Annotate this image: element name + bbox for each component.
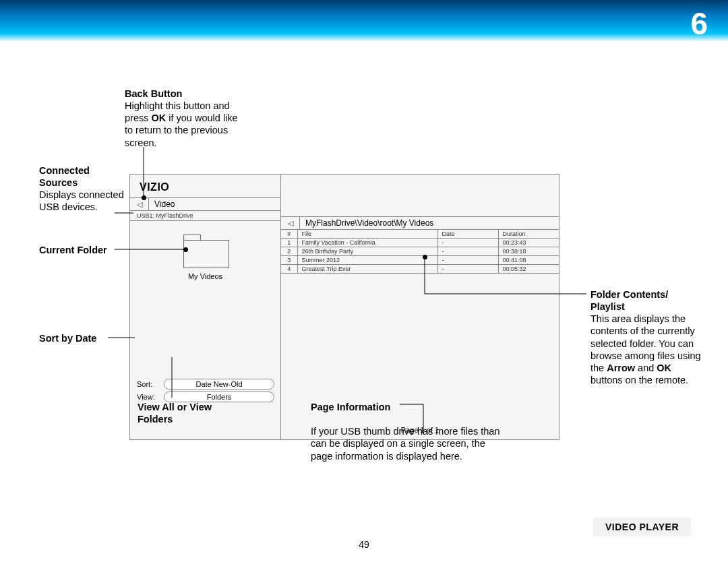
cell-duration: 00:23:43 bbox=[498, 239, 559, 247]
col-duration: Duration bbox=[498, 230, 559, 239]
cell-date: - bbox=[437, 256, 498, 265]
chapter-number: 6 bbox=[690, 5, 708, 42]
table-row[interactable]: 4Greatest Trip Ever-00:05:32 bbox=[281, 265, 559, 274]
cell-duration: 00:41:08 bbox=[498, 256, 559, 265]
callout-back-button: Back Button Highlight this button and pr… bbox=[125, 88, 239, 149]
cell-file: Family Vacation - California bbox=[297, 239, 437, 247]
callout-current-folder: Current Folder bbox=[39, 244, 124, 256]
page-number: 49 bbox=[0, 539, 728, 550]
sort-label: Sort: bbox=[137, 380, 164, 388]
col-num: # bbox=[281, 230, 297, 239]
right-panel: ◁ MyFlashDrive\Video\root\My Videos # Fi… bbox=[281, 175, 559, 439]
section-title: VIDEO PLAYER bbox=[593, 518, 691, 536]
back-button-icon[interactable]: ◁ bbox=[130, 197, 149, 211]
cell-date: - bbox=[437, 247, 498, 256]
vizio-logo: VIZIO bbox=[130, 175, 280, 197]
callout-page-info: Page Information If your USB thumb drive… bbox=[311, 401, 506, 462]
callout-folder-contents: Folder Contents/ Playlist This area disp… bbox=[590, 288, 702, 386]
cell-num: 4 bbox=[281, 265, 297, 274]
left-sidebar: VIZIO ◁ Video USB1: MyFlashDrive My Vide… bbox=[130, 175, 281, 439]
nav-row: ◁ Video bbox=[130, 197, 280, 211]
col-date: Date bbox=[437, 230, 498, 239]
cell-num: 2 bbox=[281, 247, 297, 256]
path-text: MyFlashDrive\Video\root\My Videos bbox=[300, 216, 433, 230]
leader-dot bbox=[142, 195, 146, 200]
path-bar: ◁ MyFlashDrive\Video\root\My Videos bbox=[281, 216, 559, 230]
current-folder-name: My Videos bbox=[130, 272, 280, 280]
cell-file: Summer 2012 bbox=[297, 256, 437, 265]
path-back-icon[interactable]: ◁ bbox=[281, 216, 300, 230]
cell-file: 26th Birthday Party bbox=[297, 247, 437, 256]
table-row[interactable]: 226th Birthday Party-00:38:18 bbox=[281, 247, 559, 256]
leader-dot bbox=[183, 247, 188, 252]
folder-icon bbox=[183, 235, 228, 267]
col-file: File bbox=[297, 230, 437, 239]
cell-file: Greatest Trip Ever bbox=[297, 265, 437, 274]
view-label: View: bbox=[137, 393, 164, 401]
header-bar bbox=[0, 0, 728, 42]
tv-screenshot-panel: VIZIO ◁ Video USB1: MyFlashDrive My Vide… bbox=[129, 174, 559, 440]
sort-value[interactable]: Date New-Old bbox=[164, 379, 274, 389]
nav-title: Video bbox=[149, 197, 175, 211]
cell-num: 1 bbox=[281, 239, 297, 247]
cell-duration: 00:05:32 bbox=[498, 265, 559, 274]
usb-source-label[interactable]: USB1: MyFlashDrive bbox=[130, 211, 280, 221]
current-folder-area: My Videos bbox=[130, 221, 280, 280]
callout-connected-sources: Connected Sources Displays connected USB… bbox=[39, 164, 124, 214]
callout-sort-by-date: Sort by Date bbox=[39, 332, 124, 344]
table-row[interactable]: 3Summer 2012-00:41:08 bbox=[281, 256, 559, 265]
leader-dot bbox=[423, 255, 427, 259]
cell-date: - bbox=[437, 239, 498, 247]
callout-view-mode: View All or View Folders bbox=[138, 401, 225, 425]
file-table: # File Date Duration 1Family Vacation - … bbox=[281, 230, 559, 274]
cell-num: 3 bbox=[281, 256, 297, 265]
cell-date: - bbox=[437, 265, 498, 274]
table-row[interactable]: 1Family Vacation - California-00:23:43 bbox=[281, 239, 559, 247]
cell-duration: 00:38:18 bbox=[498, 247, 559, 256]
table-header-row: # File Date Duration bbox=[281, 230, 559, 239]
